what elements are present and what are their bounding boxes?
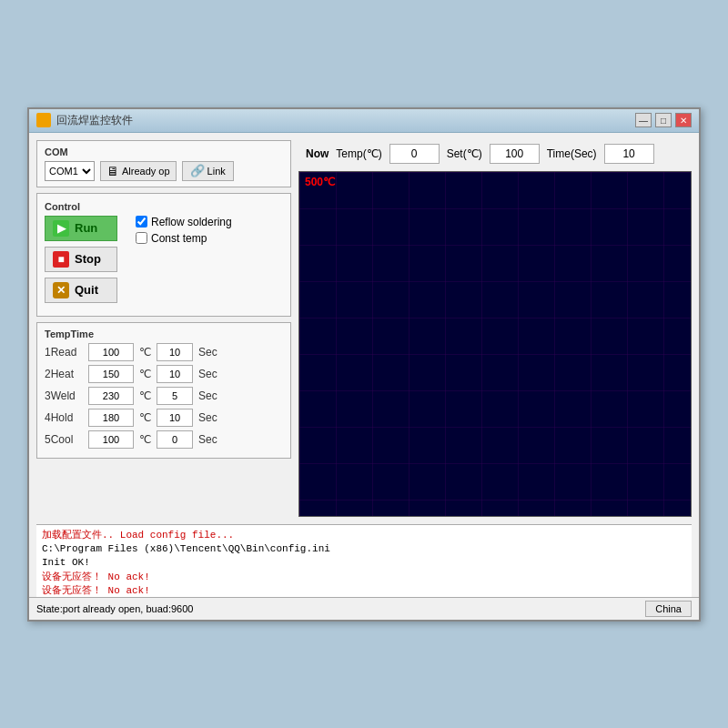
main-content: COM COM1 🖥 Already op 🔗 Link bbox=[29, 133, 699, 524]
sec-input-1[interactable] bbox=[157, 365, 193, 383]
monitor-icon: 🖥 bbox=[106, 164, 119, 178]
sec-unit-2: Sec bbox=[198, 389, 217, 402]
left-panel: COM COM1 🖥 Already op 🔗 Link bbox=[36, 140, 291, 517]
set-label: Set(℃) bbox=[447, 147, 482, 160]
control-label: Control bbox=[45, 201, 283, 212]
quit-button[interactable]: ✕ Quit bbox=[45, 278, 117, 303]
stop-icon: ■ bbox=[53, 251, 69, 268]
temp-unit-1: ℃ bbox=[139, 368, 151, 380]
temptime-row-0: 1Read ℃ Sec bbox=[45, 343, 283, 361]
temptime-section: TempTime 1Read ℃ Sec 2Heat ℃ Sec 3Weld bbox=[36, 322, 291, 459]
com-row: COM1 🖥 Already op 🔗 Link bbox=[45, 161, 283, 181]
app-icon bbox=[36, 113, 51, 127]
chart-area: 500℃ bbox=[298, 171, 692, 517]
sec-unit-0: Sec bbox=[198, 346, 217, 359]
chart-grid-svg bbox=[299, 172, 691, 516]
sec-input-3[interactable] bbox=[157, 409, 193, 427]
reflow-option: Reflow soldering bbox=[136, 216, 232, 228]
main-window: 回流焊监控软件 — □ ✕ COM COM1 🖥 Already op bbox=[27, 107, 701, 622]
now-temp-input[interactable] bbox=[389, 144, 440, 164]
time-label: Time(Sec) bbox=[547, 147, 597, 160]
const-option: Const temp bbox=[136, 232, 232, 245]
temp-unit-4: ℃ bbox=[139, 433, 151, 446]
quit-label: Quit bbox=[75, 283, 98, 297]
checkbox-group: Reflow soldering Const temp bbox=[136, 216, 232, 308]
stop-button[interactable]: ■ Stop bbox=[45, 247, 117, 272]
chart-y-label: 500℃ bbox=[305, 176, 335, 188]
control-inner: ▶ Run ■ Stop ✕ Quit bbox=[45, 216, 283, 308]
const-label: Const temp bbox=[151, 232, 207, 245]
temptime-row-4: 5Cool ℃ Sec bbox=[45, 430, 283, 449]
control-section: Control ▶ Run ■ Stop ✕ Quit bbox=[36, 193, 291, 317]
minimize-button[interactable]: — bbox=[635, 113, 652, 127]
temp-input-3[interactable] bbox=[88, 409, 134, 427]
temp-input-0[interactable] bbox=[88, 343, 134, 361]
row-label-4: 5Cool bbox=[45, 433, 83, 446]
already-open-button[interactable]: 🖥 Already op bbox=[100, 161, 177, 181]
log-line-0: 加载配置文件.. Load config file... bbox=[42, 529, 686, 542]
temp-input-2[interactable] bbox=[88, 387, 134, 405]
titlebar: 回流焊监控软件 — □ ✕ bbox=[29, 109, 699, 133]
already-open-label: Already op bbox=[122, 166, 170, 177]
status-bar: State:port already open, buad:9600 China bbox=[29, 597, 699, 620]
quit-icon: ✕ bbox=[53, 282, 69, 298]
now-section: Now Temp(℃) Set(℃) Time(Sec) bbox=[298, 140, 692, 171]
temp-input-4[interactable] bbox=[88, 430, 134, 449]
right-panel: Now Temp(℃) Set(℃) Time(Sec) bbox=[298, 140, 692, 517]
temp-label: Temp(℃) bbox=[336, 147, 381, 160]
now-time-input[interactable] bbox=[604, 144, 654, 164]
row-label-2: 3Weld bbox=[45, 389, 83, 402]
com-label: COM bbox=[45, 147, 283, 157]
run-icon: ▶ bbox=[53, 220, 69, 237]
log-line-3: 设备无应答！ No ack! bbox=[42, 571, 686, 584]
now-set-input[interactable] bbox=[490, 144, 540, 164]
svg-rect-1 bbox=[299, 172, 691, 516]
link-button[interactable]: 🔗 Link bbox=[182, 161, 234, 181]
run-label: Run bbox=[75, 221, 97, 235]
window-title: 回流焊监控软件 bbox=[56, 113, 133, 128]
reflow-label: Reflow soldering bbox=[151, 216, 232, 228]
sec-unit-4: Sec bbox=[198, 433, 217, 446]
maximize-button[interactable]: □ bbox=[655, 113, 672, 127]
const-checkbox[interactable] bbox=[136, 232, 147, 244]
temptime-row-3: 4Hold ℃ Sec bbox=[45, 409, 283, 427]
sec-unit-1: Sec bbox=[198, 368, 217, 380]
temp-unit-3: ℃ bbox=[139, 411, 151, 424]
status-text: State:port already open, buad:9600 bbox=[36, 603, 193, 614]
log-section[interactable]: 加载配置文件.. Load config file... C:\Program … bbox=[36, 524, 692, 597]
reflow-checkbox[interactable] bbox=[136, 216, 147, 228]
stop-label: Stop bbox=[75, 252, 101, 266]
sec-input-4[interactable] bbox=[157, 430, 193, 449]
china-button[interactable]: China bbox=[645, 601, 692, 617]
run-button[interactable]: ▶ Run bbox=[45, 216, 117, 241]
temptime-row-1: 2Heat ℃ Sec bbox=[45, 365, 283, 383]
sec-input-0[interactable] bbox=[157, 343, 193, 361]
titlebar-left: 回流焊监控软件 bbox=[36, 113, 133, 128]
sec-unit-3: Sec bbox=[198, 411, 217, 424]
titlebar-buttons: — □ ✕ bbox=[635, 113, 692, 127]
close-button[interactable]: ✕ bbox=[675, 113, 692, 127]
sec-input-2[interactable] bbox=[157, 387, 193, 405]
com-section: COM COM1 🖥 Already op 🔗 Link bbox=[36, 140, 291, 187]
temp-input-1[interactable] bbox=[88, 365, 134, 383]
log-line-4: 设备无应答！ No ack! bbox=[42, 584, 686, 596]
now-label: Now bbox=[306, 147, 329, 160]
link-icon: 🔗 bbox=[190, 164, 205, 177]
temptime-label: TempTime bbox=[45, 329, 283, 339]
row-label-1: 2Heat bbox=[45, 368, 83, 380]
control-buttons: ▶ Run ■ Stop ✕ Quit bbox=[45, 216, 117, 308]
link-label: Link bbox=[207, 166, 226, 177]
com-port-select[interactable]: COM1 bbox=[45, 161, 95, 181]
log-line-1: C:\Program Files (x86)\Tencent\QQ\Bin\co… bbox=[42, 542, 686, 556]
log-line-2: Init OK! bbox=[42, 556, 686, 570]
temptime-row-2: 3Weld ℃ Sec bbox=[45, 387, 283, 405]
temp-unit-2: ℃ bbox=[139, 389, 151, 402]
temp-unit-0: ℃ bbox=[139, 346, 151, 359]
row-label-3: 4Hold bbox=[45, 411, 83, 424]
row-label-0: 1Read bbox=[45, 346, 83, 359]
